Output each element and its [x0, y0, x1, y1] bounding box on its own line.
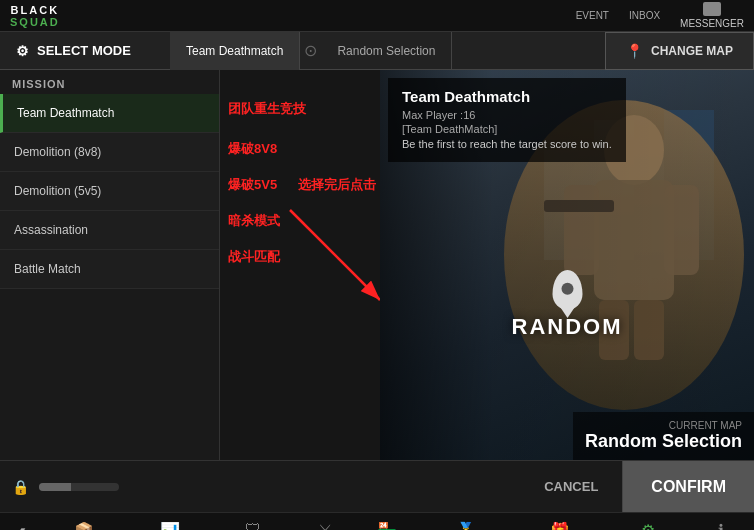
- nav-item-shop[interactable]: 🏪 SHOP: [376, 521, 399, 531]
- bottom-right-actions: CANCEL CONFIRM: [520, 461, 754, 512]
- top-nav: BLACK SQUAD EVENT INBOX MESSENGER: [0, 0, 754, 32]
- logo: BLACK SQUAD: [10, 4, 60, 28]
- clan-list-icon: 🛡: [245, 521, 261, 530]
- left-panel: MISSION Team Deathmatch Demolition (8v8)…: [0, 70, 220, 460]
- messenger-icon: [703, 2, 721, 16]
- nav-item-statistics[interactable]: 📊 STATISTICS: [147, 521, 192, 531]
- top-nav-items: EVENT INBOX MESSENGER: [576, 2, 744, 29]
- annotation-6: 战斗匹配: [228, 248, 280, 266]
- annotation-2: 爆破8V8: [228, 140, 277, 158]
- nav-item-settings[interactable]: ⚙ SETTINGS: [628, 521, 668, 531]
- mode-bar: ⚙ SELECT MODE Team Deathmatch ⊙ Random S…: [0, 32, 754, 70]
- mode-tab-team-deathmatch[interactable]: Team Deathmatch: [170, 32, 300, 70]
- nav-item-clan[interactable]: ⚔ CLAN: [314, 521, 335, 531]
- bottom-nav: ❮ 📦 INVENTORY 📊 STATISTICS 🛡 CLAN LIST ⚔…: [0, 512, 754, 530]
- svg-line-1: [290, 210, 380, 300]
- logo-line2: SQUAD: [10, 16, 60, 28]
- mission-item-team-deathmatch[interactable]: Team Deathmatch: [0, 94, 219, 133]
- logo-line1: BLACK: [10, 4, 60, 16]
- main-content: MISSION Team Deathmatch Demolition (8v8)…: [0, 70, 754, 460]
- nav-item-clan-list[interactable]: 🛡 CLAN LIST: [233, 521, 273, 530]
- cancel-button[interactable]: CANCEL: [520, 461, 623, 512]
- confirm-button[interactable]: CONFIRM: [623, 461, 754, 512]
- statistics-icon: 📊: [160, 521, 180, 531]
- random-box-icon: 🎁: [550, 521, 570, 531]
- mode-tab-random-selection[interactable]: Random Selection: [321, 32, 452, 70]
- clan-icon: ⚔: [318, 521, 332, 531]
- back-icon[interactable]: ❮: [13, 525, 28, 531]
- settings-icon: ⚙: [641, 521, 655, 531]
- medal-shop-icon: 🥇: [456, 521, 476, 531]
- map-info-title: Team Deathmatch: [402, 88, 612, 105]
- current-map-label: CURRENT MAP: [585, 420, 742, 431]
- event-nav-item[interactable]: EVENT: [576, 10, 609, 21]
- annotation-5: 暗杀模式: [228, 212, 280, 230]
- mission-item-battle-match[interactable]: Battle Match: [0, 250, 219, 289]
- bottom-left-area: 🔒: [0, 479, 131, 495]
- gear-icon: ⚙: [16, 43, 29, 59]
- map-mode-tag: [Team DeathMatch]: [402, 123, 612, 135]
- current-map-name: Random Selection: [585, 431, 742, 452]
- right-panel: Team Deathmatch Max Player :16 [Team Dea…: [380, 70, 754, 460]
- guide-icon: ℹ: [718, 521, 724, 531]
- progress-bar: [39, 483, 119, 491]
- map-max-player: Max Player :16: [402, 109, 612, 121]
- mission-section-label: MISSION: [0, 70, 219, 94]
- messenger-nav-item[interactable]: MESSENGER: [680, 2, 744, 29]
- current-map-area: CURRENT MAP Random Selection: [573, 412, 754, 460]
- nav-item-guide[interactable]: ℹ GUIDE: [708, 521, 733, 531]
- select-mode-label: ⚙ SELECT MODE: [0, 43, 170, 59]
- inventory-icon: 📦: [74, 521, 94, 531]
- bottom-nav-items: 📦 INVENTORY 📊 STATISTICS 🛡 CLAN LIST ⚔ C…: [40, 521, 754, 531]
- annotation-1: 团队重生竞技: [228, 100, 306, 118]
- nav-item-random-box[interactable]: 🎁 RANDOM BOX: [532, 521, 587, 531]
- random-pin-icon: [552, 270, 582, 310]
- annotation-3: 爆破5V5: [228, 176, 277, 194]
- random-pin-inner: [561, 283, 573, 295]
- nav-item-inventory[interactable]: 📦 INVENTORY: [60, 521, 106, 531]
- mission-item-demolition-5v5[interactable]: Demolition (5v5): [0, 172, 219, 211]
- lock-icon: 🔒: [12, 479, 29, 495]
- map-pin-icon: 📍: [626, 43, 643, 59]
- progress-bar-fill: [39, 483, 71, 491]
- mission-list: Team Deathmatch Demolition (8v8) Demolit…: [0, 94, 219, 460]
- nav-item-medal-shop[interactable]: 🥇 MEDAL SHOP: [439, 521, 491, 531]
- annotations-area: 团队重生竞技 爆破8V8 爆破5V5 选择完后点击 暗杀模式 战斗匹配: [220, 70, 380, 460]
- shop-icon: 🏪: [377, 521, 397, 531]
- bottom-nav-back[interactable]: ❮: [0, 525, 40, 531]
- annotation-4: 选择完后点击: [298, 176, 376, 194]
- inbox-nav-item[interactable]: INBOX: [629, 10, 660, 21]
- map-info-box: Team Deathmatch Max Player :16 [Team Dea…: [388, 78, 626, 162]
- mission-item-demolition-8v8[interactable]: Demolition (8v8): [0, 133, 219, 172]
- mode-tab-divider: ⊙: [300, 41, 321, 60]
- mode-tabs: Team Deathmatch ⊙ Random Selection: [170, 32, 605, 70]
- random-label-area: RANDOM: [512, 270, 623, 340]
- bottom-action-bar: 🔒 CANCEL CONFIRM: [0, 460, 754, 512]
- mission-item-assassination[interactable]: Assassination: [0, 211, 219, 250]
- change-map-button[interactable]: 📍 CHANGE MAP: [605, 32, 754, 70]
- map-description: Be the first to reach the target score t…: [402, 137, 612, 152]
